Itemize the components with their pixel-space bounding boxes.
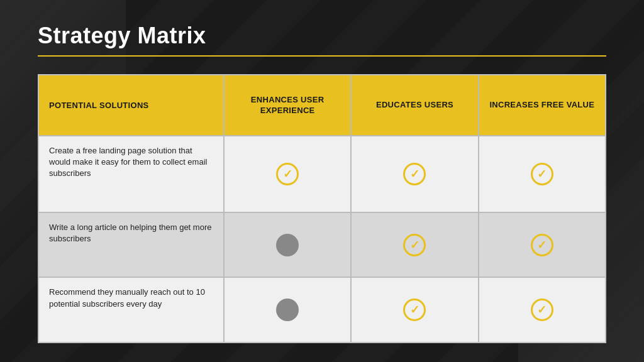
row-1-col1 bbox=[224, 136, 351, 212]
check-icon bbox=[276, 163, 299, 185]
header-solutions: POTENTIAL SOLUTIONS bbox=[38, 75, 224, 136]
gray-circle-icon bbox=[276, 234, 299, 256]
row-2-col1 bbox=[224, 212, 351, 278]
page-title: Strategy Matrix bbox=[38, 23, 606, 49]
check-icon bbox=[403, 234, 426, 256]
row-3-col2 bbox=[351, 277, 478, 343]
row-1-col2 bbox=[351, 136, 478, 212]
row-2-col3 bbox=[479, 212, 606, 278]
gray-circle-icon bbox=[276, 299, 299, 321]
row-3-col1 bbox=[224, 277, 351, 343]
check-icon bbox=[531, 299, 553, 321]
row-2-solution: Write a long article on helping them get… bbox=[38, 212, 224, 278]
header-enhances: ENHANCES USER EXPERIENCE bbox=[224, 75, 351, 136]
matrix-table: POTENTIAL SOLUTIONS ENHANCES USER EXPERI… bbox=[38, 74, 606, 343]
row-3-col3 bbox=[479, 277, 606, 343]
check-icon bbox=[531, 163, 553, 185]
check-icon bbox=[403, 299, 426, 321]
row-3-solution: Recommend they manually reach out to 10 … bbox=[38, 277, 224, 343]
row-1-col3 bbox=[479, 136, 606, 212]
row-1-solution: Create a free landing page solution that… bbox=[38, 136, 224, 212]
check-icon bbox=[531, 234, 553, 256]
header-increases: INCREASES FREE VALUE bbox=[479, 75, 606, 136]
check-icon bbox=[403, 163, 426, 185]
title-divider bbox=[38, 55, 606, 57]
title-section: Strategy Matrix bbox=[38, 23, 606, 68]
header-educates: EDUCATES USERS bbox=[351, 75, 478, 136]
page-container: Strategy Matrix POTENTIAL SOLUTIONS ENHA… bbox=[0, 0, 644, 362]
row-2-col2 bbox=[351, 212, 478, 278]
